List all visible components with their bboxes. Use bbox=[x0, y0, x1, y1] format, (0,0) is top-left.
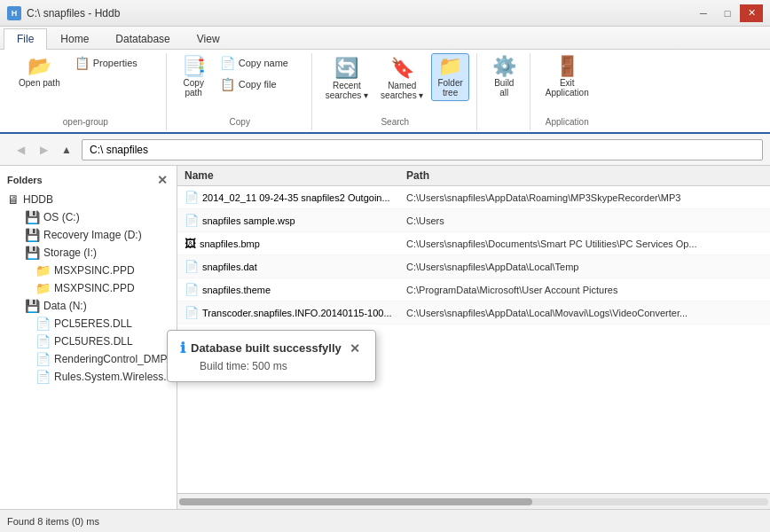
table-row[interactable]: 📄 snapfiles.theme C:\ProgramData\Microso… bbox=[177, 278, 770, 301]
maximize-button[interactable]: □ bbox=[716, 4, 739, 22]
back-button[interactable]: ◀ bbox=[11, 140, 30, 160]
col-path-header: Path bbox=[399, 168, 770, 184]
sidebar-item-pcl5ures[interactable]: 📄 PCL5URES.DLL bbox=[0, 332, 177, 350]
file-name-1: 📄 snapfiles sample.wsp bbox=[177, 212, 399, 229]
horizontal-scrollbar[interactable] bbox=[177, 493, 770, 509]
pcl5ures-icon: 📄 bbox=[35, 334, 51, 348]
tab-file[interactable]: File bbox=[4, 28, 47, 50]
ribbon-group-build-content: ⚙️ Buildall bbox=[486, 53, 522, 123]
sidebar-item-os[interactable]: 💾 OS (C:) bbox=[0, 208, 177, 226]
file-name-text-2: snapfiles.bmp bbox=[200, 239, 260, 249]
copy-file-button[interactable]: 📋 Copy file bbox=[216, 74, 304, 94]
tab-view[interactable]: View bbox=[184, 28, 233, 50]
close-button[interactable]: ✕ bbox=[740, 4, 763, 22]
table-row[interactable]: 🖼 snapfiles.bmp C:\Users\snapfiles\Docum… bbox=[177, 232, 770, 255]
sidebar-item-pcl5eres[interactable]: 📄 PCL5ERES.DLL bbox=[0, 315, 177, 332]
forward-button[interactable]: ▶ bbox=[34, 140, 53, 160]
file-list-header: Name Path bbox=[177, 166, 770, 186]
table-row[interactable]: 📄 snapfiles.dat C:\Users\snapfiles\AppDa… bbox=[177, 255, 770, 278]
copy-name-button[interactable]: 📄 Copy name bbox=[216, 53, 304, 73]
col-name-header: Name bbox=[177, 168, 399, 184]
exit-button[interactable]: 🚪 ExitApplication bbox=[539, 53, 595, 101]
sidebar-item-storage[interactable]: 💾 Storage (I:) bbox=[0, 244, 177, 262]
sidebar-item-ppd1-label: MSXPSINC.PPD bbox=[54, 264, 135, 277]
table-row[interactable]: 📄 snapfiles sample.wsp C:\Users bbox=[177, 209, 770, 232]
folder-tree-label: Foldertree bbox=[437, 78, 462, 98]
file-icon-2: 🖼 bbox=[185, 237, 196, 250]
copy-name-label: Copy name bbox=[239, 58, 288, 68]
file-name-text-4: snapfiles.theme bbox=[202, 285, 271, 295]
folder-tree-button[interactable]: 📁 Foldertree bbox=[431, 53, 468, 101]
sidebar-item-rules[interactable]: 📄 Rules.System.Wireless.xml bbox=[0, 368, 177, 386]
tab-home[interactable]: Home bbox=[47, 28, 102, 50]
properties-icon: 📋 bbox=[75, 56, 90, 70]
recent-searches-button[interactable]: 🔄 Recentsearches ▾ bbox=[321, 53, 373, 104]
main-area: Folders ✕ 🖥 HDDB 💾 OS (C:) 💾 Recovery Im… bbox=[0, 166, 770, 509]
open-icon: 📂 bbox=[28, 57, 51, 76]
sidebar-item-hddb[interactable]: 🖥 HDDB bbox=[0, 191, 177, 208]
file-path-2: C:\Users\snapfiles\Documents\Smart PC Ut… bbox=[399, 237, 770, 251]
tab-datatabase[interactable]: Datatabase bbox=[102, 28, 183, 50]
file-icon-5: 📄 bbox=[185, 306, 199, 319]
ribbon-group-application-content: 🚪 ExitApplication bbox=[539, 53, 595, 113]
build-group-label bbox=[486, 125, 522, 129]
hddb-icon: 🖥 bbox=[7, 192, 20, 207]
named-icon: 🔖 bbox=[390, 57, 414, 80]
application-group-label: Application bbox=[539, 115, 595, 129]
scroll-thumb[interactable] bbox=[179, 498, 532, 505]
minimize-button[interactable]: ─ bbox=[692, 4, 715, 22]
table-row[interactable]: 📄 Transcoder.snapfiles.INFO.20140115-100… bbox=[177, 301, 770, 325]
sidebar-item-rendering[interactable]: 📄 RenderingControl_DMP.xml bbox=[0, 350, 177, 368]
rendering-icon: 📄 bbox=[35, 352, 51, 366]
file-path-4: C:\ProgramData\Microsoft\User Account Pi… bbox=[399, 283, 770, 297]
copy-file-label: Copy file bbox=[239, 79, 277, 90]
sidebar-item-ppd2[interactable]: 📁 MSXPSINC.PPD bbox=[0, 279, 177, 297]
folder-tree-icon: 📁 bbox=[438, 57, 462, 76]
ppd1-icon: 📁 bbox=[35, 263, 51, 278]
window-controls[interactable]: ─ □ ✕ bbox=[692, 4, 763, 22]
named-label: Namedsearches ▾ bbox=[381, 81, 423, 100]
build-all-button[interactable]: ⚙️ Buildall bbox=[486, 53, 522, 101]
ribbon-group-file-content: 📂 Open path 📋 Properties bbox=[12, 53, 159, 113]
sidebar-item-rules-label: Rules.System.Wireless.xml bbox=[54, 371, 177, 383]
ribbon-tabs: File Home Datatabase View bbox=[0, 27, 770, 50]
file-name-text-3: snapfiles.dat bbox=[202, 262, 257, 272]
address-input[interactable] bbox=[82, 139, 763, 160]
properties-label: Properties bbox=[93, 58, 138, 68]
file-path-3: C:\Users\snapfiles\AppData\Local\Temp bbox=[399, 260, 770, 274]
open-label: Open path bbox=[19, 78, 60, 88]
copy-path-button[interactable]: 📑 Copypath bbox=[176, 53, 212, 101]
sidebar-item-recovery[interactable]: 💾 Recovery Image (D:) bbox=[0, 226, 177, 244]
success-popup: ℹ Database built successfylly ✕ Build ti… bbox=[167, 330, 376, 382]
file-path-0: C:\Users\snapfiles\AppData\Roaming\MP3Sk… bbox=[399, 191, 770, 205]
status-bar: Found 8 items (0) ms bbox=[0, 509, 770, 532]
address-bar: ◀ ▶ ▲ bbox=[0, 134, 770, 166]
title-bar-left: C:\ snapfiles - Hddb bbox=[7, 6, 120, 20]
file-name-4: 📄 snapfiles.theme bbox=[177, 281, 399, 298]
named-searches-button[interactable]: 🔖 Namedsearches ▾ bbox=[376, 53, 428, 104]
popup-body: Build time: 500 ms bbox=[180, 360, 363, 372]
popup-close-button[interactable]: ✕ bbox=[347, 340, 363, 356]
table-row[interactable]: 📄 2014_02_11 09-24-35 snapfiles2 Outgoin… bbox=[177, 186, 770, 209]
up-button[interactable]: ▲ bbox=[57, 140, 76, 160]
copy-label: Copypath bbox=[184, 78, 204, 98]
sidebar-item-ppd1[interactable]: 📁 MSXPSINC.PPD bbox=[0, 262, 177, 279]
copy-name-icon: 📄 bbox=[220, 56, 235, 70]
app-icon bbox=[7, 6, 21, 20]
ribbon-group-search-content: 🔄 Recentsearches ▾ 🔖 Namedsearches ▾ 📁 F… bbox=[321, 53, 469, 113]
file-icon-3: 📄 bbox=[185, 260, 199, 273]
sidebar-item-data[interactable]: 💾 Data (N:) bbox=[0, 297, 177, 315]
properties-button[interactable]: 📋 Properties bbox=[70, 53, 159, 73]
copy-icon: 📑 bbox=[182, 57, 206, 76]
sidebar-item-os-label: OS (C:) bbox=[43, 211, 80, 223]
popup-info-text: Build time: 500 ms bbox=[200, 360, 287, 372]
sidebar-item-rendering-label: RenderingControl_DMP.xml bbox=[54, 353, 177, 365]
file-name-3: 📄 snapfiles.dat bbox=[177, 258, 399, 275]
file-name-text-1: snapfiles sample.wsp bbox=[202, 215, 295, 226]
popup-header: ℹ Database built successfylly ✕ bbox=[180, 340, 363, 356]
file-name-5: 📄 Transcoder.snapfiles.INFO.20140115-100… bbox=[177, 304, 399, 321]
open-path-button[interactable]: 📂 Open path bbox=[12, 53, 67, 91]
sidebar-close-button[interactable]: ✕ bbox=[155, 173, 169, 187]
window-title: C:\ snapfiles - Hddb bbox=[27, 7, 120, 20]
file-group-label: open-group bbox=[12, 115, 159, 129]
